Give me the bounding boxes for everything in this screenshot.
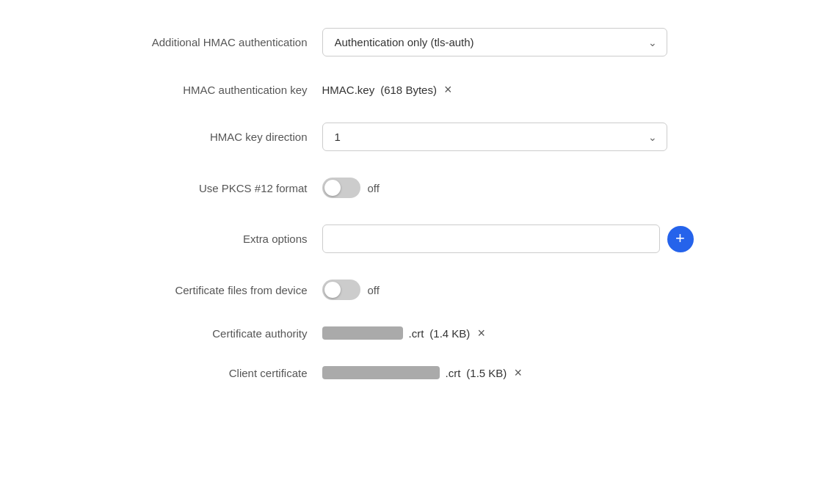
cert-authority-size: (1.4 KB)	[429, 327, 470, 340]
hmac-auth-label: Additional HMAC authentication	[102, 36, 308, 48]
hmac-auth-control: Authentication only (tls-auth) Authentic…	[322, 28, 719, 56]
client-cert-ext: .crt	[446, 367, 461, 379]
hmac-key-row: HMAC authentication key HMAC.key (618 By…	[102, 70, 719, 109]
cert-authority-remove-button[interactable]: ×	[476, 326, 487, 340]
client-cert-control: .crt (1.5 KB) ×	[322, 366, 719, 379]
cert-authority-filename-redacted	[322, 326, 403, 340]
plus-icon: +	[675, 230, 685, 246]
hmac-key-size: (618 Bytes)	[380, 84, 437, 96]
cert-authority-control: .crt (1.4 KB) ×	[322, 326, 719, 340]
pkcs12-state-label: off	[368, 182, 380, 194]
cert-device-thumb	[324, 282, 341, 298]
pkcs12-control: off	[322, 178, 719, 198]
hmac-key-control: HMAC.key (618 Bytes) ×	[322, 83, 719, 96]
cert-authority-ext: .crt	[409, 327, 424, 340]
pkcs12-row: Use PKCS #12 format off	[102, 164, 719, 211]
hmac-direction-row: HMAC key direction 0 1 2 ⌄	[102, 109, 719, 164]
extra-options-input[interactable]	[322, 224, 660, 253]
client-cert-label: Client certificate	[102, 367, 308, 379]
pkcs12-thumb	[324, 180, 341, 196]
hmac-auth-select[interactable]: Authentication only (tls-auth) Authentic…	[322, 28, 667, 56]
cert-device-control: off	[322, 280, 719, 300]
hmac-direction-control: 0 1 2 ⌄	[322, 123, 719, 151]
client-cert-filename-redacted	[322, 366, 440, 379]
hmac-key-file: HMAC.key (618 Bytes) ×	[322, 83, 454, 96]
pkcs12-label: Use PKCS #12 format	[102, 182, 308, 194]
extra-options-label: Extra options	[102, 233, 308, 245]
client-cert-remove-button[interactable]: ×	[512, 366, 523, 379]
client-cert-size: (1.5 KB)	[466, 367, 507, 379]
cert-device-label: Certificate files from device	[102, 284, 308, 296]
extra-options-control: +	[322, 224, 719, 253]
hmac-key-label: HMAC authentication key	[102, 84, 308, 96]
client-cert-file: .crt (1.5 KB) ×	[322, 366, 523, 379]
hmac-direction-select-wrapper: 0 1 2 ⌄	[322, 123, 667, 151]
hmac-key-filename: HMAC.key	[322, 84, 375, 96]
add-extra-option-button[interactable]: +	[667, 226, 694, 252]
hmac-auth-select-wrapper: Authentication only (tls-auth) Authentic…	[322, 28, 667, 56]
hmac-direction-label: HMAC key direction	[102, 131, 308, 143]
pkcs12-toggle[interactable]	[322, 178, 360, 198]
cert-authority-label: Certificate authority	[102, 327, 308, 340]
hmac-key-remove-button[interactable]: ×	[443, 83, 454, 96]
pkcs12-toggle-wrapper: off	[322, 178, 380, 198]
hmac-auth-row: Additional HMAC authentication Authentic…	[102, 15, 719, 70]
client-cert-row: Client certificate .crt (1.5 KB) ×	[102, 353, 719, 392]
cert-authority-row: Certificate authority .crt (1.4 KB) ×	[102, 313, 719, 353]
cert-authority-file: .crt (1.4 KB) ×	[322, 326, 487, 340]
settings-form: Additional HMAC authentication Authentic…	[58, 0, 763, 407]
extra-options-input-wrapper: +	[322, 224, 719, 253]
cert-device-toggle-wrapper: off	[322, 280, 380, 300]
cert-device-row: Certificate files from device off	[102, 266, 719, 313]
hmac-direction-select[interactable]: 0 1 2	[322, 123, 667, 151]
cert-device-toggle[interactable]	[322, 280, 360, 300]
cert-device-state-label: off	[368, 284, 380, 296]
extra-options-row: Extra options +	[102, 211, 719, 266]
